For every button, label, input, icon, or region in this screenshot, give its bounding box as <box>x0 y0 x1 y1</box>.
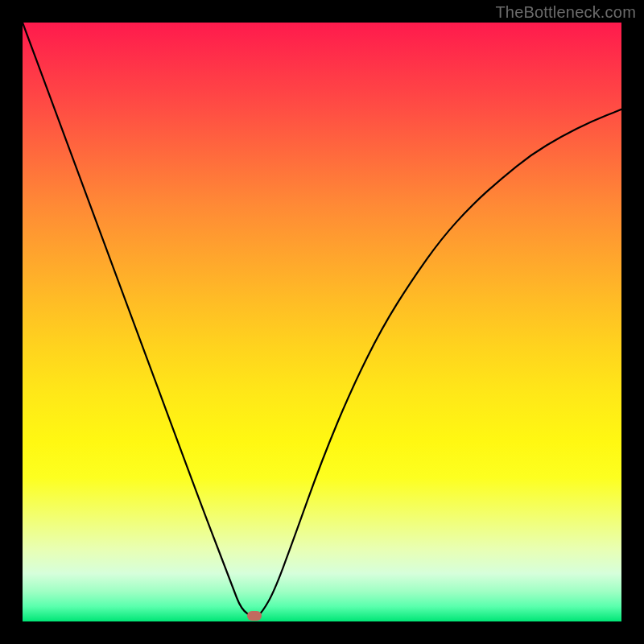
watermark-text: TheBottleneck.com <box>495 3 636 22</box>
bottleneck-curve <box>23 23 621 617</box>
optimal-point-marker <box>247 611 262 621</box>
chart-frame: TheBottleneck.com <box>0 0 644 644</box>
curve-svg <box>23 23 621 621</box>
plot-area <box>23 23 621 621</box>
